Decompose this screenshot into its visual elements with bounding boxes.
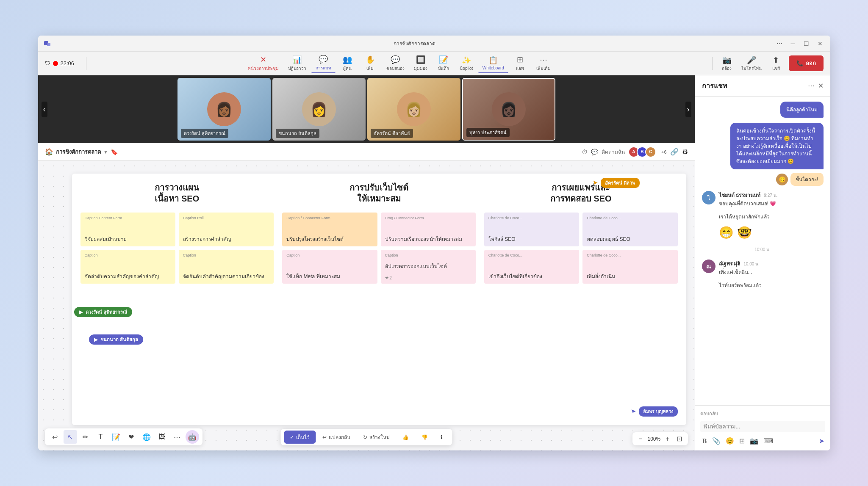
apps-label: แอพ bbox=[516, 65, 524, 72]
minimize-btn[interactable]: ─ bbox=[788, 39, 798, 48]
action-thumbup-btn[interactable]: 👍 bbox=[397, 432, 415, 443]
top-toolbar: 🛡 22:06 ✕ หน่วยการประชุม 📊 ปฏิปอาวา 💬 กา… bbox=[38, 52, 830, 75]
chat-image-btn[interactable]: 📷 bbox=[749, 436, 760, 446]
wb-col3-title: การเผยแพร่และการทดสอบ SEO bbox=[484, 182, 678, 204]
video-prev-btn[interactable]: ‹ bbox=[42, 102, 47, 117]
draw-select-btn[interactable]: ↖ bbox=[64, 430, 77, 444]
action-create-btn[interactable]: ↻ สร้างใหม่ bbox=[357, 431, 396, 444]
mic-btn[interactable]: 🎤 ไมโครโฟน bbox=[740, 55, 763, 72]
channel-share-icon[interactable]: 🔗 bbox=[670, 148, 679, 156]
wb-card-3-1[interactable]: Charlotte de Coco... โพกัสล์ SEO bbox=[484, 213, 579, 246]
video-label-1: ดวงรัตน์ สุพิทยากรณ์ bbox=[181, 129, 228, 138]
chat-close-btn[interactable]: ✕ bbox=[818, 82, 824, 90]
wb-card-3-4[interactable]: Charlotte de Coco... เพิ่มสิ่งกำเนิน bbox=[582, 250, 677, 284]
chat-messages: นี่คือลูกค้าใหม่ ฉันค่อนข้างมั่นใจว่าการ… bbox=[695, 97, 830, 405]
copilot-label: Copilot bbox=[460, 66, 473, 71]
app-window: การชิงศักการตลาด ⋯ ─ ☐ ✕ 🛡 22:06 ✕ หน่วย… bbox=[38, 36, 830, 450]
draw-image-btn[interactable]: 🖼 bbox=[155, 430, 169, 444]
chat-send-btn[interactable]: ➤ bbox=[819, 437, 824, 445]
wb-column-1: การวางแผนเนื้อหา SEO Caption Content For… bbox=[80, 182, 274, 417]
draw-copilot-btn[interactable]: 🤖 bbox=[186, 430, 199, 444]
wb-card-2-2[interactable]: Drag / Connector Form ปรับความเรียวของหน… bbox=[381, 213, 476, 246]
chat-grid-btn[interactable]: ⊞ bbox=[738, 436, 746, 446]
action-check-btn[interactable]: ✓ เก็นไว้ bbox=[284, 431, 316, 444]
video-item-1: 👩🏾 ดวงรัตน์ สุพิทยากรณ์ bbox=[177, 78, 271, 141]
camera-btn[interactable]: 📷 กล้อง bbox=[718, 55, 736, 72]
chat-attach-btn[interactable]: 📎 bbox=[711, 436, 722, 446]
zoom-minus-btn[interactable]: − bbox=[637, 434, 644, 444]
wb-card-1-2-label: Caption Roll bbox=[183, 216, 269, 220]
video-items: 👩🏾 ดวงรัตน์ สุพิทยากรณ์ 👩 ชนกนาถ สันติสก… bbox=[47, 78, 685, 141]
reply-input[interactable] bbox=[700, 421, 825, 432]
end-call-button[interactable]: 📞 ออก bbox=[789, 55, 824, 71]
window-title: การชิงศักการตลาด bbox=[55, 39, 774, 47]
menu-btn[interactable]: ⋯ bbox=[774, 39, 785, 48]
wb-card-2-3[interactable]: Caption ใช้แท็ก Meta ที่เหมาะสม bbox=[282, 250, 377, 284]
drawing-toolbar: ↩ ↖ ✏ T 📝 ❤ 🌐 🖼 ⋯ 🤖 bbox=[45, 428, 202, 445]
toolbar-react[interactable]: 💬 ตอบสนอง bbox=[382, 54, 409, 73]
hub-icon: ✕ bbox=[260, 55, 266, 64]
draw-undo-btn[interactable]: ↩ bbox=[48, 430, 62, 444]
wb-card-1-4[interactable]: Caption จัดอันดับคำสำคัญตามความเกี่ยวข้อ… bbox=[179, 250, 274, 284]
toolbar-more[interactable]: ⋯ เพิ่มเติม bbox=[532, 54, 555, 73]
msg-self-1: นี่คือลูกค้าใหม่ bbox=[702, 102, 824, 118]
chat-bold-btn[interactable]: 𝐁 bbox=[701, 436, 708, 446]
wb-card-2-1[interactable]: Caption / Connector Form ปรับปรุงโครงสร้… bbox=[282, 213, 377, 246]
msg-divider: 10:00 น. bbox=[702, 246, 824, 253]
video-next-btn[interactable]: › bbox=[685, 102, 691, 117]
toolbar-hub[interactable]: ✕ หน่วยการประชุม bbox=[244, 54, 283, 73]
wb-card-1-1-text: วิจัยผลสมเป้าหมาย bbox=[85, 236, 171, 243]
more-label: เพิ่มเติม bbox=[536, 65, 551, 72]
draw-more-btn[interactable]: ⋯ bbox=[170, 430, 184, 444]
wb-card-1-3[interactable]: Caption จัดลำดับความสำคัญของคำสำคัญ bbox=[80, 250, 175, 284]
toolbar-copilot[interactable]: ✨ Copilot bbox=[455, 54, 477, 73]
whiteboard-area[interactable]: การวางแผนเนื้อหา SEO Caption Content For… bbox=[38, 161, 695, 450]
toolbar-whiteboard[interactable]: 📋 Whiteboard bbox=[478, 54, 508, 73]
video-label-2: ชนกนาถ สันติสกุล bbox=[276, 129, 319, 138]
draw-pen-btn[interactable]: ✏ bbox=[79, 430, 92, 444]
draw-browser-btn[interactable]: 🌐 bbox=[140, 430, 153, 444]
msg-self-2-text: ฉันค่อนข้างมั่นใจว่าการเปิดตัวครั้งนี้จะ… bbox=[736, 128, 815, 164]
wb-card-3-3[interactable]: Charlotte de Coco... เข้าถึงเว็บไซต์ที่เ… bbox=[484, 250, 579, 284]
wb-card-3-1-label: Charlotte de Coco... bbox=[488, 216, 575, 220]
action-info-btn[interactable]: ℹ bbox=[435, 432, 449, 443]
zoom-fit-btn[interactable]: ⊡ bbox=[675, 434, 684, 444]
wb-card-3-2[interactable]: Charlotte de Coco... ทดสอบกลยุทธ์ SEO bbox=[582, 213, 677, 246]
wb-card-1-1[interactable]: Caption Content Form วิจัยผลสมเป้าหมาย bbox=[80, 213, 175, 246]
video-item-4: 👩🏿 บุหงา ประภาศิรัตน์ bbox=[462, 78, 555, 141]
wb-card-1-2[interactable]: Caption Roll สร้างรายการคำสำคัญ bbox=[179, 213, 274, 246]
channel-bar-left: 🏠 การชิงศักการตลาด ▼ 🔖 bbox=[45, 147, 578, 156]
msg-other-1-text: ขอบคุณที่คิดบวกเสมอ! 💗 bbox=[719, 200, 824, 207]
channel-settings-icon[interactable]: ⚙ bbox=[682, 148, 688, 156]
draw-heart-btn[interactable]: ❤ bbox=[125, 430, 138, 444]
channel-bookmark-icon[interactable]: 🔖 bbox=[111, 149, 118, 155]
undo-label: แปลงกลับ bbox=[329, 433, 350, 441]
wb-card-1-3-label: Caption bbox=[85, 253, 171, 257]
rec-indicator bbox=[53, 61, 58, 66]
zoom-plus-btn[interactable]: + bbox=[664, 434, 671, 444]
maximize-btn[interactable]: ☐ bbox=[801, 39, 812, 48]
chat-emoji-btn[interactable]: 😊 bbox=[724, 436, 735, 446]
toolbar-notes[interactable]: 📝 บันทึก bbox=[433, 54, 455, 73]
wb-card-2-4[interactable]: Caption อัปเกรดการออกแบบเว็บไซต์ ❤ 2 bbox=[381, 250, 476, 284]
toolbar-view[interactable]: 🔲 มุมมอง bbox=[410, 54, 432, 73]
video-strip: ‹ 👩🏾 ดวงรัตน์ สุพิทยากรณ์ 👩 ชนกนาถ สันติ… bbox=[38, 75, 695, 143]
toolbar-nav: ✕ หน่วยการประชุม 📊 ปฏิปอาวา 💬 การแชท 👥 ผ… bbox=[92, 54, 707, 73]
toolbar-apps[interactable]: ⊞ แอพ bbox=[509, 54, 531, 73]
action-thumbdown-btn[interactable]: 👎 bbox=[416, 432, 434, 443]
action-undo-btn[interactable]: ↩ แปลงกลับ bbox=[316, 431, 356, 444]
toolbar-raise[interactable]: ✋ เพิ่ม bbox=[359, 54, 381, 73]
toolbar-pipeline[interactable]: 📊 ปฏิปอาวา bbox=[284, 54, 311, 73]
draw-note-btn[interactable]: 📝 bbox=[109, 430, 123, 444]
close-btn[interactable]: ✕ bbox=[815, 39, 825, 48]
share-btn[interactable]: ⬆ แชร์ bbox=[767, 55, 785, 72]
wb-card-3-3-text: เข้าถึงเว็บไซต์ที่เกี่ยวข้อง bbox=[488, 273, 575, 280]
toolbar-divider-right bbox=[712, 57, 713, 70]
draw-text-btn[interactable]: T bbox=[94, 430, 108, 444]
chat-menu-btn[interactable]: ⋯ bbox=[808, 82, 815, 90]
chat-keyboard-btn[interactable]: ⌨ bbox=[762, 436, 774, 446]
follow-icon[interactable]: 💬 bbox=[591, 149, 598, 155]
channel-chevron-icon[interactable]: ▼ bbox=[103, 149, 108, 155]
toolbar-chat-tab[interactable]: 💬 การแชท bbox=[311, 54, 336, 73]
toolbar-people[interactable]: 👥 ผู้คน bbox=[336, 54, 358, 73]
